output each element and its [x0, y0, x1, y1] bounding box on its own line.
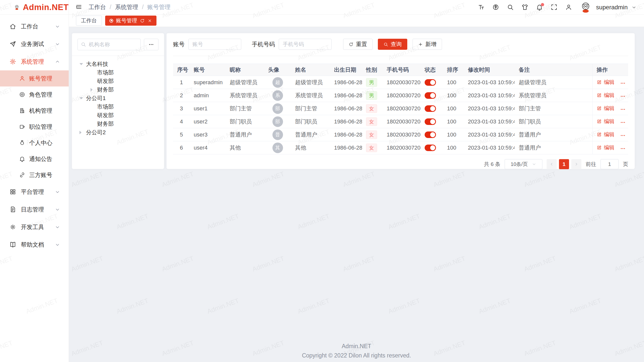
dots-icon[interactable] — [620, 146, 626, 151]
tree-node[interactable]: 大名科技 — [77, 60, 158, 68]
caret-right-icon[interactable] — [79, 131, 86, 134]
status-toggle[interactable] — [425, 145, 436, 151]
edit-button[interactable]: 编辑 — [597, 79, 615, 86]
tree-node[interactable]: 市场部 — [77, 68, 158, 77]
sidebar-item-platform-manage[interactable]: 平台管理 — [0, 183, 69, 201]
tab-workbench[interactable]: 工作台 — [76, 16, 102, 26]
close-icon[interactable] — [147, 18, 152, 23]
topbar-actions: superadmin — [478, 2, 636, 13]
page-1-button[interactable]: 1 — [559, 159, 569, 169]
edit-button[interactable]: 编辑 — [597, 118, 615, 125]
sidebar-item-system-manage[interactable]: 系统管理 — [0, 53, 69, 70]
logo[interactable]: Admin.NET — [0, 0, 69, 15]
tree-more-button[interactable] — [144, 39, 158, 50]
sidebar-item-log-manage[interactable]: 日志管理 — [0, 201, 69, 218]
page-size-select[interactable]: 10条/页 — [505, 159, 542, 169]
cell-modified: 2023-01-03 10:59:44 — [464, 128, 515, 141]
tree-node[interactable]: 分公司2 — [77, 128, 158, 137]
sidebar-item-org-manage[interactable]: 机构管理 — [0, 103, 69, 119]
sidebar-item-dev-tools[interactable]: 开发工具 — [0, 218, 69, 236]
tree-node[interactable]: 研发部 — [77, 111, 158, 120]
sidebar-item-personal-center[interactable]: 个人中心 — [0, 135, 69, 151]
goto-page-input[interactable] — [600, 159, 619, 169]
user-avatar[interactable] — [580, 2, 591, 13]
accounts-table: 序号 账号 昵称 头像 姓名 出生日期 性别 手机号码 状态 排序 修改时间 备… — [173, 64, 628, 154]
sidebar-item-help-docs[interactable]: 帮助文档 — [0, 236, 69, 253]
dots-icon[interactable] — [620, 94, 626, 99]
status-toggle[interactable] — [425, 118, 436, 125]
status-toggle[interactable] — [425, 79, 436, 86]
edit-button[interactable]: 编辑 — [597, 105, 615, 112]
tree-node[interactable]: 研发部 — [77, 77, 158, 85]
username[interactable]: superadmin — [596, 4, 628, 11]
cell-modified: 2023-01-03 10:59:44 — [464, 115, 515, 128]
sidebar-item-account-manage[interactable]: 账号管理 — [0, 70, 69, 86]
phone-input[interactable] — [279, 39, 332, 50]
account-input[interactable] — [188, 39, 241, 50]
fullscreen-icon[interactable] — [551, 4, 557, 11]
cell-remark: 系统管理员 — [515, 89, 592, 102]
edit-button[interactable]: 编辑 — [597, 92, 615, 99]
cell-actions: 编辑 — [592, 89, 628, 102]
org-tree: 大名科技市场部研发部财务部分公司1市场部研发部财务部分公司2 — [77, 60, 158, 137]
tree-node[interactable]: 财务部 — [77, 85, 158, 94]
prev-page-button[interactable] — [547, 159, 557, 169]
font-size-icon[interactable] — [478, 4, 485, 11]
col-status: 状态 — [421, 64, 443, 76]
menu-label: 业务测试 — [21, 40, 44, 48]
tab-account-manage[interactable]: 账号管理 — [105, 16, 156, 26]
dots-icon[interactable] — [620, 107, 626, 112]
tree-node[interactable]: 分公司1 — [77, 94, 158, 103]
cell-avatar: 部 — [264, 115, 291, 128]
menu-label: 角色管理 — [29, 91, 52, 99]
tree-node[interactable]: 财务部 — [77, 120, 158, 128]
org-search-input[interactable] — [77, 39, 141, 50]
search-icon[interactable] — [507, 4, 514, 11]
cell-index: 4 — [173, 115, 190, 128]
avatar: 部 — [272, 116, 283, 127]
person-icon[interactable] — [565, 4, 572, 11]
collapse-menu-icon[interactable] — [75, 4, 82, 10]
chevron-down-icon — [55, 41, 60, 47]
edit-button[interactable]: 编辑 — [597, 131, 615, 138]
avatar: 部 — [272, 103, 283, 114]
sidebar-item-business-test[interactable]: 业务测试 — [0, 35, 69, 53]
status-toggle[interactable] — [425, 131, 436, 138]
caret-down-icon[interactable] — [79, 97, 86, 99]
cell-nickname: 超级管理员 — [226, 76, 264, 89]
breadcrumb-item[interactable]: 工作台 — [89, 3, 106, 11]
reset-button[interactable]: 重置 — [343, 39, 373, 50]
chevron-down-icon[interactable] — [631, 5, 636, 10]
caret-down-icon[interactable] — [79, 63, 86, 65]
col-remark: 备注 — [515, 64, 592, 76]
dots-icon[interactable] — [620, 80, 626, 86]
dots-icon[interactable] — [620, 120, 626, 125]
breadcrumb-item[interactable]: 系统管理 — [115, 3, 138, 11]
col-phone: 手机号码 — [383, 64, 421, 76]
next-page-button[interactable] — [571, 159, 581, 169]
language-icon[interactable] — [492, 4, 499, 11]
sidebar-item-role-manage[interactable]: 角色管理 — [0, 86, 69, 103]
sidebar-item-third-account[interactable]: 三方账号 — [0, 167, 69, 183]
status-toggle[interactable] — [425, 105, 436, 112]
goto-label: 前往 — [586, 161, 596, 168]
notifications-button[interactable] — [536, 4, 543, 11]
cell-phone: 18020030720 — [383, 128, 421, 141]
sidebar-item-workbench[interactable]: 工作台 — [0, 18, 69, 35]
tree-node[interactable]: 市场部 — [77, 103, 158, 111]
chevron-down-icon — [55, 207, 60, 212]
notification-badge — [541, 3, 544, 6]
sidebar-item-notice[interactable]: 通知公告 — [0, 151, 69, 167]
add-label: 新增 — [425, 40, 436, 48]
refresh-icon[interactable] — [140, 18, 145, 23]
sidebar-item-position-manage[interactable]: 职位管理 — [0, 119, 69, 135]
tab-label: 账号管理 — [116, 17, 137, 24]
theme-icon[interactable] — [521, 4, 528, 11]
search-button[interactable]: 查询 — [378, 39, 407, 50]
caret-right-icon[interactable] — [91, 88, 97, 92]
status-toggle[interactable] — [425, 92, 436, 99]
add-button[interactable]: 新增 — [413, 39, 442, 50]
cell-phone: 18020030720 — [383, 141, 421, 154]
edit-button[interactable]: 编辑 — [597, 144, 615, 151]
dots-icon[interactable] — [620, 133, 626, 138]
